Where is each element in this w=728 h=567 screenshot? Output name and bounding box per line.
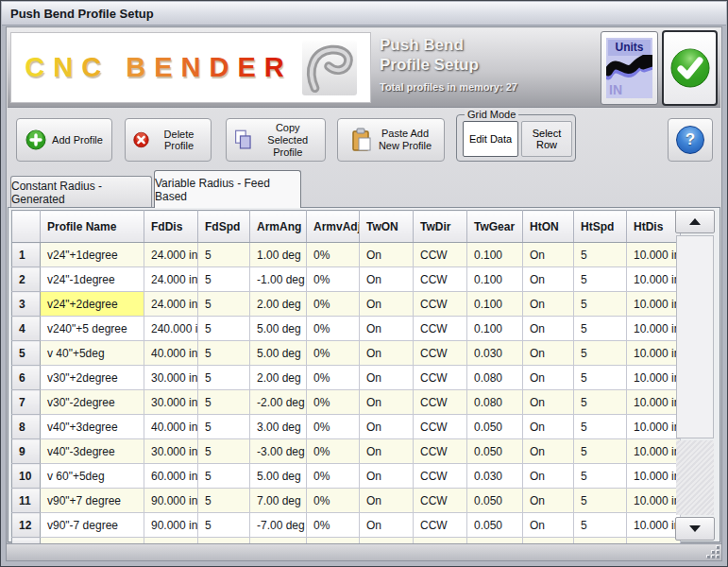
grid-cell[interactable]: 5 — [574, 415, 627, 439]
add-profile-button[interactable]: Add Profile — [16, 118, 112, 162]
selected-cell[interactable]: v24"+2degree — [41, 292, 144, 317]
grid-cell[interactable]: 10.000 in — [627, 317, 681, 341]
scroll-down-button[interactable] — [675, 517, 715, 541]
grid-cell[interactable]: 0% — [307, 513, 360, 538]
grid-cell[interactable]: 0.030 — [467, 341, 523, 366]
grid-cell[interactable]: On — [360, 243, 414, 267]
vertical-scrollbar[interactable] — [675, 210, 715, 541]
grid-cell[interactable]: On — [523, 390, 574, 415]
grid-cell[interactable]: 0.030 — [467, 464, 523, 489]
grid-cell[interactable]: 5 — [574, 341, 627, 366]
column-header[interactable]: Profile Name — [41, 211, 144, 243]
grid-cell[interactable]: v 60"+5deg — [41, 464, 144, 489]
grid-cell[interactable]: 10.000 in — [627, 439, 681, 464]
grid-cell[interactable]: 24.000 in — [144, 243, 198, 267]
resize-grip[interactable] — [707, 546, 720, 558]
grid-cell[interactable]: On — [523, 341, 574, 366]
grid-cell[interactable]: CCW — [414, 243, 467, 267]
grid-cell[interactable]: 24.000 in — [144, 267, 198, 292]
grid-cell[interactable]: -7.00 deg — [250, 513, 307, 538]
scroll-up-button[interactable] — [675, 210, 715, 233]
grid-cell[interactable]: CCW — [414, 317, 467, 341]
grid-cell[interactable]: 0.050 — [467, 439, 523, 464]
grid-cell[interactable]: 0.050 — [467, 415, 523, 439]
grid-cell[interactable]: CCW — [414, 390, 467, 415]
grid-cell[interactable]: 5 — [198, 415, 250, 439]
grid-cell[interactable]: 10.000 in — [627, 390, 681, 415]
grid-cell[interactable]: 10.000 in — [627, 489, 681, 513]
grid-cell[interactable]: 5 — [198, 341, 250, 366]
grid-cell[interactable]: On — [523, 267, 574, 292]
grid-cell[interactable]: 0.100 — [467, 243, 523, 267]
grid-cell[interactable]: On — [523, 489, 574, 513]
grid-cell[interactable]: 0.100 — [467, 292, 523, 317]
column-header[interactable]: HtDis — [627, 211, 681, 243]
grid-cell[interactable]: On — [523, 513, 574, 538]
grid-cell[interactable]: 5 — [198, 267, 250, 292]
grid-cell[interactable]: 10.000 in — [627, 243, 681, 267]
grid-cell[interactable]: v90"-7 degree — [41, 513, 144, 538]
grid-cell[interactable]: On — [360, 366, 414, 390]
grid-cell[interactable]: 5 — [574, 317, 627, 341]
grid-cell[interactable]: 5 — [198, 390, 250, 415]
row-number[interactable]: 7 — [12, 390, 41, 415]
grid-cell[interactable]: 2.00 deg — [250, 366, 307, 390]
grid-cell[interactable]: 60.000 in — [144, 464, 198, 489]
grid-cell[interactable]: CCW — [414, 292, 467, 317]
grid-cell[interactable]: v24"+1degree — [41, 243, 144, 267]
column-header[interactable]: ArmvAdj — [307, 211, 360, 243]
row-number[interactable]: 11 — [12, 489, 41, 513]
grid-cell[interactable]: 5 — [574, 366, 627, 390]
grid-cell[interactable]: CCW — [414, 341, 467, 366]
row-number[interactable]: 5 — [12, 341, 41, 366]
row-number[interactable]: 9 — [12, 439, 41, 464]
row-number[interactable]: 4 — [12, 317, 41, 341]
grid-cell[interactable]: v90"+7 degree — [41, 489, 144, 513]
grid-cell[interactable]: v 40"+5deg — [41, 341, 144, 366]
grid-cell[interactable]: 5 — [574, 439, 627, 464]
grid-cell[interactable]: On — [360, 341, 414, 366]
grid-cell[interactable]: 0% — [307, 243, 360, 267]
grid-cell[interactable]: 0% — [307, 317, 360, 341]
grid-cell[interactable]: 3.00 deg — [250, 415, 307, 439]
grid-cell[interactable]: v24"-1degree — [41, 267, 144, 292]
grid-cell[interactable]: 5 — [574, 489, 627, 513]
grid-cell[interactable]: v40"+3degree — [41, 415, 144, 439]
grid-cell[interactable]: 0% — [307, 464, 360, 489]
column-header[interactable]: FdDis — [144, 211, 198, 243]
grid-cell[interactable]: 0% — [307, 366, 360, 390]
grid-cell[interactable]: 10.000 in — [627, 366, 681, 390]
edit-data-button[interactable]: Edit Data — [463, 121, 518, 157]
grid-cell[interactable]: 0% — [307, 267, 360, 292]
grid-cell[interactable]: On — [360, 267, 414, 292]
tab-variable-radius-feed-based[interactable]: Variable Radius - Feed Based — [154, 170, 301, 208]
grid-cell[interactable]: On — [523, 366, 574, 390]
grid-cell[interactable]: -3.00 deg — [250, 439, 307, 464]
grid-cell[interactable]: 1.00 deg — [250, 243, 307, 267]
grid-cell[interactable]: 0% — [307, 292, 360, 317]
grid-cell[interactable]: On — [360, 439, 414, 464]
grid-cell[interactable]: 30.000 in — [144, 366, 198, 390]
grid-cell[interactable]: On — [523, 464, 574, 489]
grid-cell[interactable]: 24.000 in — [144, 292, 198, 317]
grid-cell[interactable]: 5 — [574, 390, 627, 415]
row-number[interactable]: 2 — [12, 267, 41, 292]
grid-cell[interactable]: On — [360, 292, 414, 317]
grid-cell[interactable]: 5 — [198, 464, 250, 489]
grid-cell[interactable]: CCW — [414, 366, 467, 390]
row-number[interactable]: 8 — [12, 415, 41, 439]
grid-cell[interactable]: On — [360, 489, 414, 513]
grid-cell[interactable]: 5 — [198, 366, 250, 390]
grid-cell[interactable]: -1.00 deg — [250, 267, 307, 292]
grid-cell[interactable]: 0% — [307, 439, 360, 464]
grid-cell[interactable]: On — [523, 415, 574, 439]
grid-cell[interactable]: 90.000 in — [144, 489, 198, 513]
grid-cell[interactable]: CCW — [414, 267, 467, 292]
grid-cell[interactable]: 0.080 — [467, 390, 523, 415]
grid-cell[interactable]: 0% — [307, 415, 360, 439]
delete-profile-button[interactable]: Delete Profile — [125, 118, 212, 162]
grid-cell[interactable]: -2.00 deg — [250, 390, 307, 415]
paste-add-new-profile-button[interactable]: Paste Add New Profile — [337, 118, 445, 162]
grid-cell[interactable]: 0.080 — [467, 366, 523, 390]
units-button[interactable]: Units IN — [601, 31, 658, 105]
